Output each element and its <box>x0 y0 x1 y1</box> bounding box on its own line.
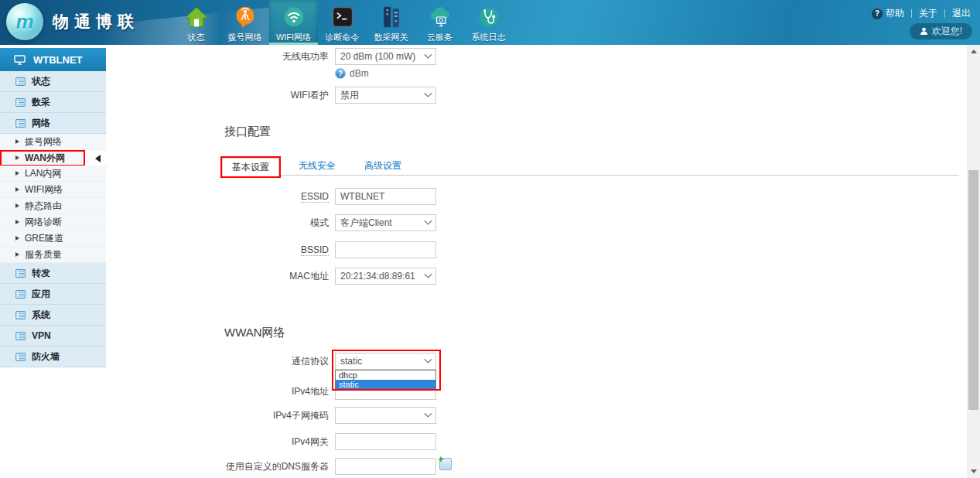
nav-system-log[interactable]: 系统日志 <box>464 0 513 45</box>
dial-antenna-icon <box>232 4 258 30</box>
tx-power-label: 无线电功率 <box>106 48 329 65</box>
scroll-up-button[interactable] <box>967 45 980 58</box>
divider <box>944 9 945 18</box>
protocol-option-dhcp[interactable]: dhcp <box>336 370 435 380</box>
main-content: 无线电功率 20 dBm (100 mW) ? dBm WIFI看护 禁用 接口… <box>106 45 967 478</box>
sidebar-item-lan[interactable]: LAN内网 <box>0 166 106 182</box>
custom-dns-input[interactable] <box>335 458 436 475</box>
about-link[interactable]: 关于 <box>919 7 937 20</box>
essid-input[interactable] <box>335 188 436 205</box>
nav-status[interactable]: 状态 <box>172 0 220 45</box>
list-icon <box>15 332 26 340</box>
list-icon <box>15 353 26 361</box>
app-window: m 物通博联 状态 拨号网络 WIFI网络 <box>0 0 980 478</box>
list-icon <box>15 290 26 299</box>
nav-wifi-network[interactable]: WIFI网络 <box>269 0 318 45</box>
sidebar-item-static-route[interactable]: 静态路由 <box>0 198 106 214</box>
essid-label: ESSID <box>106 188 329 205</box>
caret-right-icon <box>15 171 19 176</box>
help-link[interactable]: ?帮助 <box>872 7 904 20</box>
nav-data-gateway[interactable]: 数采网关 <box>367 0 415 45</box>
brand-name: 物通博联 <box>53 11 139 32</box>
welcome-badge[interactable]: 欢迎您! <box>910 23 972 39</box>
sidebar-item-application[interactable]: 应用 <box>0 284 106 305</box>
caret-right-icon <box>15 187 19 192</box>
tab-basic-settings[interactable]: 基本设置 <box>222 158 279 176</box>
protocol-label: 通信协议 <box>106 353 329 370</box>
nav-dial-network[interactable]: 拨号网络 <box>220 0 269 45</box>
brand-logo: m 物通博联 <box>6 3 139 40</box>
arrow-down-icon <box>971 469 977 473</box>
chevron-down-icon <box>425 355 432 363</box>
ipv4-netmask-label: IPv4子网掩码 <box>106 407 329 424</box>
ipv4-gateway-label: IPv4网关 <box>106 433 329 450</box>
sidebar-item-qos[interactable]: 服务质量 <box>0 247 106 263</box>
sidebar-item-vpn[interactable]: VPN <box>0 326 106 347</box>
sidebar-item-gre-tunnel[interactable]: GRE隧道 <box>0 230 106 247</box>
sidebar-item-forwarding[interactable]: 转发 <box>0 263 106 284</box>
nav-cloud-service[interactable]: 云服务 <box>415 0 464 45</box>
logout-link[interactable]: 退出 <box>952 7 971 20</box>
sidebar-item-wan[interactable]: WAN外网 <box>0 150 85 166</box>
sidebar-device-title[interactable]: WTBLNET <box>0 48 106 71</box>
header-links: ?帮助 关于 退出 <box>872 7 971 20</box>
ipv4-address-label: IPv4地址 <box>106 383 329 400</box>
tx-power-select[interactable]: 20 dBm (100 mW) <box>335 48 436 65</box>
protocol-option-static[interactable]: static <box>336 380 435 389</box>
monitor-icon <box>14 55 26 65</box>
sidebar-item-network-diagnostics[interactable]: 网络诊断 <box>0 214 106 230</box>
sidebar-item-network[interactable]: 网络 <box>0 113 106 134</box>
caret-right-icon <box>15 155 19 160</box>
add-dns-button[interactable]: + <box>439 458 452 470</box>
chevron-down-icon <box>425 89 432 97</box>
ipv4-netmask-select[interactable] <box>335 407 436 424</box>
caret-right-icon <box>15 252 19 257</box>
mode-label: 模式 <box>106 214 329 231</box>
selected-flag-icon <box>95 155 101 162</box>
help-icon[interactable]: ? <box>335 68 346 79</box>
bssid-input[interactable] <box>335 241 436 258</box>
ipv4-gateway-input[interactable] <box>335 433 436 450</box>
mac-select[interactable]: 20:21:34:d8:89:61 <box>335 268 436 285</box>
cloud-icon <box>427 4 453 30</box>
sidebar-item-wifi-network[interactable]: WIFI网络 <box>0 182 106 198</box>
wifi-watch-select[interactable]: 禁用 <box>335 87 436 104</box>
wifi-watch-label: WIFI看护 <box>106 87 329 104</box>
list-icon <box>15 77 26 86</box>
scrollbar-thumb[interactable] <box>968 170 978 410</box>
scroll-down-button[interactable] <box>967 465 980 478</box>
chevron-down-icon <box>425 270 432 278</box>
list-icon <box>15 269 26 278</box>
vertical-scrollbar[interactable] <box>967 45 980 478</box>
protocol-dropdown: dhcp static <box>335 370 436 390</box>
chevron-down-icon <box>425 217 432 224</box>
sidebar-item-status[interactable]: 状态 <box>0 71 106 92</box>
plus-icon: + <box>438 453 444 465</box>
question-icon: ? <box>872 9 883 19</box>
mac-label: MAC地址 <box>106 268 329 285</box>
caret-right-icon <box>15 203 19 208</box>
user-icon <box>920 27 928 36</box>
sidebar-item-firewall[interactable]: 防火墙 <box>0 347 106 367</box>
nav-diagnostic-command[interactable]: 诊断命令 <box>318 0 367 45</box>
header-bar: m 物通博联 状态 拨号网络 WIFI网络 <box>0 0 980 45</box>
stethoscope-icon <box>476 4 502 30</box>
sidebar-item-dial-network[interactable]: 拨号网络 <box>0 134 106 150</box>
custom-dns-label: 使用自定义的DNS服务器 <box>106 458 329 475</box>
sidebar-item-system[interactable]: 系统 <box>0 305 106 326</box>
gateway-server-icon <box>378 4 405 30</box>
mode-select[interactable]: 客户端Client <box>335 214 436 231</box>
section-interface-title: 接口配置 <box>224 125 271 139</box>
sidebar-item-data-collect[interactable]: 数采 <box>0 92 106 113</box>
protocol-select[interactable]: static <box>335 353 436 370</box>
logo-wave-glyph: m <box>15 10 33 34</box>
sidebar: WTBLNET 状态 数采 网络 拨号网络 WAN外网 LAN内网 <box>0 48 106 367</box>
wifi-icon <box>281 4 307 30</box>
list-icon <box>15 98 26 107</box>
list-icon <box>15 119 26 128</box>
tab-advanced-settings[interactable]: 高级设置 <box>355 157 411 175</box>
tab-wireless-security[interactable]: 无线安全 <box>289 157 345 175</box>
logo-orb-icon: m <box>6 3 43 40</box>
arrow-up-icon <box>971 50 977 53</box>
home-icon <box>183 4 210 30</box>
